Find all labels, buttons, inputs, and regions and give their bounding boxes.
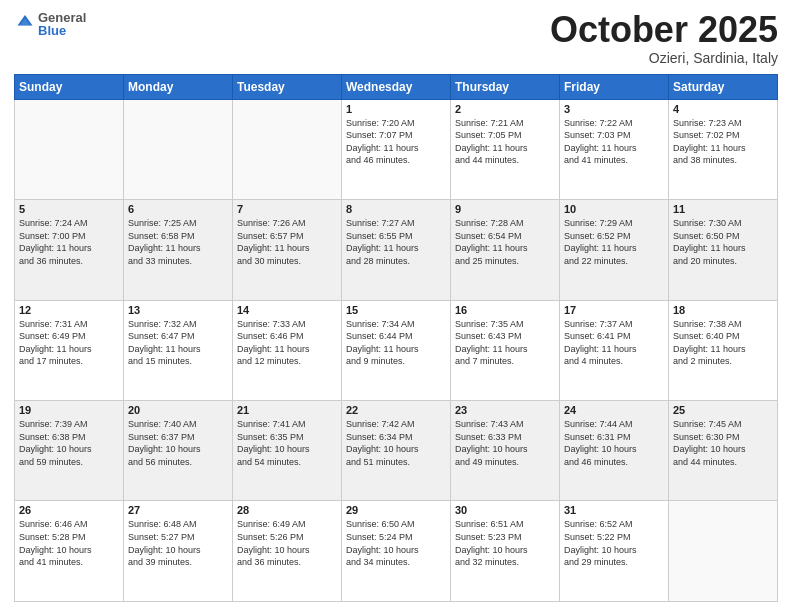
day-num-r3-c3: 22 [346, 404, 446, 416]
col-wednesday: Wednesday [342, 74, 451, 99]
logo: General Blue [14, 10, 86, 38]
cell-r0-c5: 3Sunrise: 7:22 AM Sunset: 7:03 PM Daylig… [560, 99, 669, 199]
day-num-r3-c2: 21 [237, 404, 337, 416]
day-num-r2-c4: 16 [455, 304, 555, 316]
day-num-r1-c0: 5 [19, 203, 119, 215]
day-num-r2-c2: 14 [237, 304, 337, 316]
cell-r3-c0: 19Sunrise: 7:39 AM Sunset: 6:38 PM Dayli… [15, 401, 124, 501]
day-num-r1-c5: 10 [564, 203, 664, 215]
cell-r0-c0 [15, 99, 124, 199]
day-info-r0-c5: Sunrise: 7:22 AM Sunset: 7:03 PM Dayligh… [564, 117, 664, 167]
day-info-r1-c6: Sunrise: 7:30 AM Sunset: 6:50 PM Dayligh… [673, 217, 773, 267]
day-info-r2-c6: Sunrise: 7:38 AM Sunset: 6:40 PM Dayligh… [673, 318, 773, 368]
cell-r1-c6: 11Sunrise: 7:30 AM Sunset: 6:50 PM Dayli… [669, 200, 778, 300]
cell-r3-c6: 25Sunrise: 7:45 AM Sunset: 6:30 PM Dayli… [669, 401, 778, 501]
day-num-r4-c4: 30 [455, 504, 555, 516]
day-info-r0-c3: Sunrise: 7:20 AM Sunset: 7:07 PM Dayligh… [346, 117, 446, 167]
title-block: October 2025 Ozieri, Sardinia, Italy [550, 10, 778, 66]
day-info-r1-c5: Sunrise: 7:29 AM Sunset: 6:52 PM Dayligh… [564, 217, 664, 267]
cell-r4-c0: 26Sunrise: 6:46 AM Sunset: 5:28 PM Dayli… [15, 501, 124, 602]
day-num-r2-c6: 18 [673, 304, 773, 316]
cell-r1-c3: 8Sunrise: 7:27 AM Sunset: 6:55 PM Daylig… [342, 200, 451, 300]
day-info-r2-c5: Sunrise: 7:37 AM Sunset: 6:41 PM Dayligh… [564, 318, 664, 368]
day-num-r1-c3: 8 [346, 203, 446, 215]
cell-r0-c2 [233, 99, 342, 199]
col-thursday: Thursday [451, 74, 560, 99]
day-info-r1-c0: Sunrise: 7:24 AM Sunset: 7:00 PM Dayligh… [19, 217, 119, 267]
day-info-r3-c2: Sunrise: 7:41 AM Sunset: 6:35 PM Dayligh… [237, 418, 337, 468]
cell-r2-c1: 13Sunrise: 7:32 AM Sunset: 6:47 PM Dayli… [124, 300, 233, 400]
cell-r0-c6: 4Sunrise: 7:23 AM Sunset: 7:02 PM Daylig… [669, 99, 778, 199]
cell-r3-c4: 23Sunrise: 7:43 AM Sunset: 6:33 PM Dayli… [451, 401, 560, 501]
col-friday: Friday [560, 74, 669, 99]
header: General Blue October 2025 Ozieri, Sardin… [14, 10, 778, 66]
cell-r3-c3: 22Sunrise: 7:42 AM Sunset: 6:34 PM Dayli… [342, 401, 451, 501]
cell-r4-c2: 28Sunrise: 6:49 AM Sunset: 5:26 PM Dayli… [233, 501, 342, 602]
day-info-r3-c1: Sunrise: 7:40 AM Sunset: 6:37 PM Dayligh… [128, 418, 228, 468]
day-num-r2-c0: 12 [19, 304, 119, 316]
cell-r2-c2: 14Sunrise: 7:33 AM Sunset: 6:46 PM Dayli… [233, 300, 342, 400]
col-tuesday: Tuesday [233, 74, 342, 99]
day-info-r4-c1: Sunrise: 6:48 AM Sunset: 5:27 PM Dayligh… [128, 518, 228, 568]
cell-r4-c5: 31Sunrise: 6:52 AM Sunset: 5:22 PM Dayli… [560, 501, 669, 602]
day-num-r0-c5: 3 [564, 103, 664, 115]
day-info-r3-c5: Sunrise: 7:44 AM Sunset: 6:31 PM Dayligh… [564, 418, 664, 468]
logo-blue-text: Blue [38, 23, 86, 38]
day-num-r4-c5: 31 [564, 504, 664, 516]
day-info-r1-c2: Sunrise: 7:26 AM Sunset: 6:57 PM Dayligh… [237, 217, 337, 267]
cell-r3-c2: 21Sunrise: 7:41 AM Sunset: 6:35 PM Dayli… [233, 401, 342, 501]
day-info-r3-c6: Sunrise: 7:45 AM Sunset: 6:30 PM Dayligh… [673, 418, 773, 468]
calendar-table: Sunday Monday Tuesday Wednesday Thursday… [14, 74, 778, 602]
day-info-r4-c5: Sunrise: 6:52 AM Sunset: 5:22 PM Dayligh… [564, 518, 664, 568]
col-sunday: Sunday [15, 74, 124, 99]
cell-r4-c4: 30Sunrise: 6:51 AM Sunset: 5:23 PM Dayli… [451, 501, 560, 602]
calendar-row-0: 1Sunrise: 7:20 AM Sunset: 7:07 PM Daylig… [15, 99, 778, 199]
day-info-r1-c3: Sunrise: 7:27 AM Sunset: 6:55 PM Dayligh… [346, 217, 446, 267]
day-num-r0-c4: 2 [455, 103, 555, 115]
cell-r3-c5: 24Sunrise: 7:44 AM Sunset: 6:31 PM Dayli… [560, 401, 669, 501]
day-num-r2-c1: 13 [128, 304, 228, 316]
cell-r1-c1: 6Sunrise: 7:25 AM Sunset: 6:58 PM Daylig… [124, 200, 233, 300]
cell-r2-c5: 17Sunrise: 7:37 AM Sunset: 6:41 PM Dayli… [560, 300, 669, 400]
day-num-r0-c6: 4 [673, 103, 773, 115]
day-num-r1-c2: 7 [237, 203, 337, 215]
day-info-r3-c4: Sunrise: 7:43 AM Sunset: 6:33 PM Dayligh… [455, 418, 555, 468]
day-info-r4-c0: Sunrise: 6:46 AM Sunset: 5:28 PM Dayligh… [19, 518, 119, 568]
day-info-r3-c3: Sunrise: 7:42 AM Sunset: 6:34 PM Dayligh… [346, 418, 446, 468]
cell-r2-c6: 18Sunrise: 7:38 AM Sunset: 6:40 PM Dayli… [669, 300, 778, 400]
day-info-r1-c1: Sunrise: 7:25 AM Sunset: 6:58 PM Dayligh… [128, 217, 228, 267]
day-num-r0-c3: 1 [346, 103, 446, 115]
title-location: Ozieri, Sardinia, Italy [550, 50, 778, 66]
day-num-r3-c5: 24 [564, 404, 664, 416]
day-info-r2-c2: Sunrise: 7:33 AM Sunset: 6:46 PM Dayligh… [237, 318, 337, 368]
day-info-r4-c3: Sunrise: 6:50 AM Sunset: 5:24 PM Dayligh… [346, 518, 446, 568]
day-num-r4-c0: 26 [19, 504, 119, 516]
logo-icon [16, 12, 34, 30]
day-info-r4-c2: Sunrise: 6:49 AM Sunset: 5:26 PM Dayligh… [237, 518, 337, 568]
day-info-r2-c3: Sunrise: 7:34 AM Sunset: 6:44 PM Dayligh… [346, 318, 446, 368]
day-num-r3-c0: 19 [19, 404, 119, 416]
col-saturday: Saturday [669, 74, 778, 99]
day-num-r4-c3: 29 [346, 504, 446, 516]
cell-r4-c6 [669, 501, 778, 602]
cell-r1-c0: 5Sunrise: 7:24 AM Sunset: 7:00 PM Daylig… [15, 200, 124, 300]
day-info-r0-c4: Sunrise: 7:21 AM Sunset: 7:05 PM Dayligh… [455, 117, 555, 167]
day-num-r4-c2: 28 [237, 504, 337, 516]
calendar-row-3: 19Sunrise: 7:39 AM Sunset: 6:38 PM Dayli… [15, 401, 778, 501]
day-num-r4-c1: 27 [128, 504, 228, 516]
page: General Blue October 2025 Ozieri, Sardin… [0, 0, 792, 612]
col-monday: Monday [124, 74, 233, 99]
cell-r1-c2: 7Sunrise: 7:26 AM Sunset: 6:57 PM Daylig… [233, 200, 342, 300]
cell-r1-c5: 10Sunrise: 7:29 AM Sunset: 6:52 PM Dayli… [560, 200, 669, 300]
cell-r2-c3: 15Sunrise: 7:34 AM Sunset: 6:44 PM Dayli… [342, 300, 451, 400]
day-info-r2-c0: Sunrise: 7:31 AM Sunset: 6:49 PM Dayligh… [19, 318, 119, 368]
day-num-r3-c4: 23 [455, 404, 555, 416]
day-info-r2-c4: Sunrise: 7:35 AM Sunset: 6:43 PM Dayligh… [455, 318, 555, 368]
day-info-r3-c0: Sunrise: 7:39 AM Sunset: 6:38 PM Dayligh… [19, 418, 119, 468]
calendar-row-4: 26Sunrise: 6:46 AM Sunset: 5:28 PM Dayli… [15, 501, 778, 602]
day-info-r1-c4: Sunrise: 7:28 AM Sunset: 6:54 PM Dayligh… [455, 217, 555, 267]
cell-r4-c3: 29Sunrise: 6:50 AM Sunset: 5:24 PM Dayli… [342, 501, 451, 602]
calendar-header-row: Sunday Monday Tuesday Wednesday Thursday… [15, 74, 778, 99]
cell-r3-c1: 20Sunrise: 7:40 AM Sunset: 6:37 PM Dayli… [124, 401, 233, 501]
day-num-r3-c6: 25 [673, 404, 773, 416]
